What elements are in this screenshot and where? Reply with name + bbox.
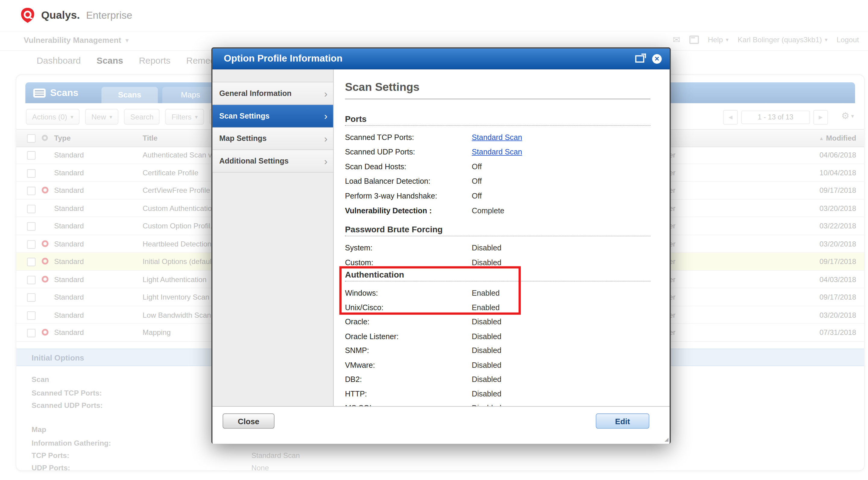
settings-row-label: Perform 3-way Handshake: <box>345 189 472 204</box>
modal-title-bar: Option Profile Information ✕ <box>213 49 670 69</box>
settings-row-label: System: <box>345 241 472 256</box>
settings-row-label: MS SQL: <box>345 401 472 406</box>
modal-sidebar-item-label: Additional Settings <box>219 157 288 165</box>
settings-row-value: Complete <box>472 206 504 215</box>
modal-title-actions: ✕ <box>635 49 662 69</box>
modal-sidebar: General Information›Scan Settings›Map Se… <box>213 69 334 406</box>
brand-logo-group: Qualys. Enterprise <box>19 7 132 24</box>
settings-row: Perform 3-way Handshake:Off <box>345 188 659 203</box>
settings-row-label: Scanned TCP Ports: <box>345 130 472 145</box>
settings-row: Vulnerability Detection :Complete <box>345 203 659 218</box>
settings-section-ports: PortsScanned TCP Ports:Standard ScanScan… <box>345 114 659 218</box>
modal-sidebar-item-label: Scan Settings <box>219 112 270 120</box>
application-window: Qualys. Enterprise Vulnerability Managem… <box>0 0 868 480</box>
modal-section-list: PortsScanned TCP Ports:Standard ScanScan… <box>345 114 659 406</box>
settings-row-value: Enabled <box>472 303 500 312</box>
modal-sidebar-item-label: Map Settings <box>219 134 267 143</box>
settings-row-value: Disabled <box>472 318 501 326</box>
modal-sidebar-item-scan-settings[interactable]: Scan Settings› <box>213 105 333 128</box>
settings-section-title: Ports <box>345 114 650 126</box>
modal-footer: Close Edit <box>213 406 670 444</box>
settings-row-value: Off <box>472 162 482 171</box>
settings-row-label: Custom: <box>345 256 472 270</box>
settings-row: Load Balancer Detection:Off <box>345 174 659 188</box>
settings-row: VMware:Disabled <box>345 357 659 372</box>
brand-name: Qualys. <box>41 9 80 22</box>
settings-row: DB2:Disabled <box>345 372 659 386</box>
modal-title: Option Profile Information <box>224 53 342 64</box>
settings-row-value: Disabled <box>472 244 501 252</box>
settings-row: Windows:Enabled <box>345 286 659 300</box>
settings-row: System:Disabled <box>345 240 659 255</box>
settings-row-label: VMware: <box>345 358 472 372</box>
option-profile-modal: Option Profile Information ✕ General Inf… <box>211 48 671 444</box>
chevron-right-icon: › <box>324 156 328 166</box>
modal-body: General Information›Scan Settings›Map Se… <box>213 69 670 406</box>
settings-row-label: HTTP: <box>345 387 472 401</box>
modal-sidebar-item-general-information[interactable]: General Information› <box>213 82 333 105</box>
settings-row-value: Disabled <box>472 404 501 406</box>
settings-row: Custom:Disabled <box>345 255 659 270</box>
settings-row-label: Windows: <box>345 286 472 300</box>
popout-icon[interactable] <box>635 55 644 62</box>
settings-row-value: Off <box>472 177 482 185</box>
top-brand-bar: Qualys. Enterprise <box>0 0 868 32</box>
settings-row: MS SQL:Disabled <box>345 400 659 406</box>
settings-section-authentication: AuthenticationWindows:EnabledUnix/Cisco:… <box>345 270 659 406</box>
settings-section-title: Authentication <box>345 270 650 281</box>
settings-row-value: Disabled <box>472 375 501 384</box>
resize-grip-icon[interactable]: ◢ <box>664 437 669 442</box>
settings-section-title: Password Brute Forcing <box>345 224 650 236</box>
heading-divider <box>345 99 650 99</box>
settings-row-label: Unix/Cisco: <box>345 300 472 315</box>
settings-row-value: Enabled <box>472 289 500 297</box>
settings-row-value: Disabled <box>472 361 501 369</box>
qualys-logo-icon <box>19 7 36 24</box>
settings-section-password-brute-forcing: Password Brute ForcingSystem:DisabledCus… <box>345 224 659 270</box>
settings-row-label: Vulnerability Detection : <box>345 204 472 218</box>
modal-content-heading: Scan Settings <box>345 80 659 94</box>
settings-row: SNMP:Disabled <box>345 343 659 358</box>
settings-row-label: Load Balancer Detection: <box>345 174 472 189</box>
modal-sidebar-item-additional-settings[interactable]: Additional Settings› <box>213 150 333 173</box>
close-button[interactable]: Close <box>222 413 274 428</box>
settings-row: Oracle Listener:Disabled <box>345 329 659 343</box>
settings-row-label: Scan Dead Hosts: <box>345 159 472 174</box>
chevron-right-icon: › <box>324 111 328 121</box>
settings-value-link[interactable]: Standard Scan <box>472 148 522 156</box>
modal-sidebar-item-map-settings[interactable]: Map Settings› <box>213 128 333 150</box>
chevron-right-icon: › <box>324 133 328 144</box>
settings-row: HTTP:Disabled <box>345 386 659 401</box>
settings-row: Scanned TCP Ports:Standard Scan <box>345 130 659 145</box>
settings-row-label: Scanned UDP Ports: <box>345 145 472 159</box>
settings-row: Scanned UDP Ports:Standard Scan <box>345 145 659 159</box>
settings-row-value: Disabled <box>472 346 501 355</box>
modal-sidebar-item-label: General Information <box>219 89 291 97</box>
settings-row-value: Disabled <box>472 258 501 267</box>
settings-row-label: Oracle: <box>345 315 472 329</box>
settings-row-label: SNMP: <box>345 343 472 358</box>
settings-row-label: DB2: <box>345 372 472 387</box>
settings-row: Oracle:Disabled <box>345 314 659 329</box>
chevron-right-icon: › <box>324 88 328 99</box>
settings-row: Unix/Cisco:Enabled <box>345 300 659 314</box>
settings-row-label: Oracle Listener: <box>345 329 472 343</box>
close-icon[interactable]: ✕ <box>652 54 662 64</box>
settings-row-value: Disabled <box>472 389 501 398</box>
settings-row-value: Off <box>472 192 482 200</box>
settings-row-value: Disabled <box>472 332 501 340</box>
edit-button[interactable]: Edit <box>596 413 649 428</box>
brand-edition: Enterprise <box>86 9 132 21</box>
settings-row: Scan Dead Hosts:Off <box>345 159 659 174</box>
settings-value-link[interactable]: Standard Scan <box>472 133 522 142</box>
modal-content: Scan Settings PortsScanned TCP Ports:Sta… <box>334 69 670 406</box>
